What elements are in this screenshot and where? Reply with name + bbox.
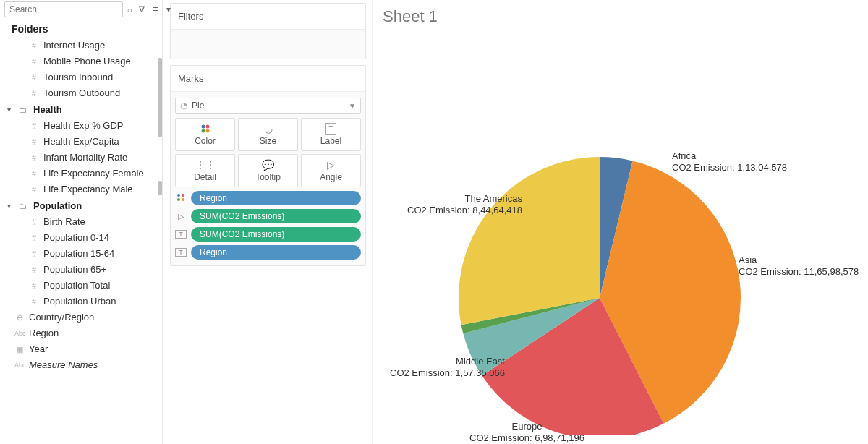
folder-population[interactable]: ▾ 🗀 Population <box>3 197 162 214</box>
svg-point-1 <box>205 125 209 129</box>
pill-row: T SUM(CO2 Emissions) <box>175 227 361 242</box>
search-icon[interactable]: ⌕ <box>126 5 134 14</box>
datalabel-line2: CO2 Emission: 1,57,35,066 <box>390 367 505 379</box>
number-icon: # <box>29 167 39 180</box>
pill-row: T Region <box>175 245 361 260</box>
field-region[interactable]: AbcRegion <box>3 325 162 341</box>
field-label: Health Exp % GDP <box>43 119 124 132</box>
marks-label-label: Label <box>320 136 341 146</box>
datalabel-line1: Europe <box>512 421 542 432</box>
marks-tooltip[interactable]: 💬Tooltip <box>238 154 298 187</box>
datalabel-africa: Africa CO2 Emission: 1,13,04,578 <box>672 150 787 174</box>
svg-point-4 <box>177 194 180 197</box>
folder-label: Population <box>33 200 82 211</box>
pill-co2-angle[interactable]: SUM(CO2 Emissions) <box>191 209 361 223</box>
caret-down-icon: ▾ <box>7 106 14 114</box>
field-item[interactable]: #Tourism Outbound <box>3 85 162 101</box>
svg-point-3 <box>205 129 209 133</box>
number-icon: # <box>29 231 39 244</box>
field-label: Country/Region <box>29 311 94 324</box>
field-label: Life Expectancy Female <box>43 167 144 180</box>
pill-region-color[interactable]: Region <box>191 191 361 205</box>
svg-point-2 <box>201 129 205 133</box>
datalabel-line2: CO2 Emission: 11,65,98,578 <box>739 266 859 278</box>
folder-health[interactable]: ▾ 🗀 Health <box>3 101 162 118</box>
view-list-icon[interactable]: ≣ <box>150 4 161 14</box>
svg-point-6 <box>177 198 180 201</box>
field-label: Measure Names <box>29 359 98 372</box>
marks-angle-label: Angle <box>320 172 342 182</box>
filters-card: Filters <box>170 3 366 59</box>
folder-icon: 🗀 <box>19 106 29 114</box>
color-icon <box>175 193 187 203</box>
field-item[interactable]: #Health Exp % GDP <box>3 118 162 134</box>
field-label: Tourism Outbound <box>43 87 120 100</box>
label-icon: T <box>175 230 187 239</box>
field-item[interactable]: #Population 0-14 <box>3 230 162 246</box>
pill-co2-label[interactable]: SUM(CO2 Emissions) <box>191 227 361 242</box>
label-icon: T <box>175 248 187 257</box>
pie-mark-icon: ◔ <box>180 101 187 111</box>
marks-color[interactable]: Color <box>175 118 235 151</box>
number-icon: # <box>29 247 39 260</box>
filter-icon[interactable]: ∇ <box>137 4 147 14</box>
field-item[interactable]: #Tourism Inbound <box>3 69 162 85</box>
field-label: Health Exp/Capita <box>43 135 119 148</box>
shelves-panel: Filters Marks ◔ Pie ▼ Color ◡Size TLabel… <box>163 0 373 444</box>
field-item[interactable]: #Population Urban <box>3 294 162 309</box>
filters-heading: Filters <box>171 4 365 30</box>
datalabel-line2: CO2 Emission: 6,98,71,196 <box>469 432 584 444</box>
pill-row: ▷ SUM(CO2 Emissions) <box>175 209 361 223</box>
mark-type-select[interactable]: ◔ Pie ▼ <box>175 98 361 114</box>
fields-tree: #Internet Usage #Mobile Phone Usage #Tou… <box>0 38 162 444</box>
number-icon: # <box>29 39 39 52</box>
field-label: Population 65+ <box>43 263 106 276</box>
field-country-region[interactable]: ⊕Country/Region <box>3 309 162 325</box>
viz-area: Sheet 1 Africa CO2 Emission: 1,13,04,578… <box>373 0 868 444</box>
svg-point-0 <box>201 125 205 129</box>
field-label: Life Expectancy Male <box>43 183 133 196</box>
field-item[interactable]: #Infant Mortality Rate <box>3 150 162 166</box>
caret-down-icon: ▾ <box>7 202 14 210</box>
chevron-down-icon: ▼ <box>349 102 356 110</box>
number-icon: # <box>29 55 39 68</box>
field-measure-names[interactable]: AbcMeasure Names <box>3 357 162 373</box>
field-item[interactable]: #Population Total <box>3 278 162 294</box>
marks-detail[interactable]: ⋮⋮Detail <box>175 154 235 187</box>
scrollbar-thumb[interactable] <box>158 58 162 137</box>
pill-region-label[interactable]: Region <box>191 245 361 260</box>
marks-color-label: Color <box>195 136 216 146</box>
field-label: Tourism Inbound <box>43 71 113 84</box>
scrollbar-thumb[interactable] <box>158 181 162 195</box>
datalabel-line1: Asia <box>739 255 757 265</box>
field-item[interactable]: #Mobile Phone Usage <box>3 54 162 69</box>
field-item[interactable]: #Birth Rate <box>3 214 162 230</box>
number-icon: # <box>29 71 39 84</box>
field-item[interactable]: #Life Expectancy Female <box>3 166 162 182</box>
marks-card: Marks ◔ Pie ▼ Color ◡Size TLabel ⋮⋮Detai… <box>170 65 366 266</box>
detail-icon: ⋮⋮ <box>195 159 216 171</box>
number-icon: # <box>29 87 39 100</box>
field-item[interactable]: #Internet Usage <box>3 38 162 54</box>
pie-chart: Africa CO2 Emission: 1,13,04,578 Asia CO… <box>383 30 862 435</box>
field-item[interactable]: #Population 15-64 <box>3 246 162 262</box>
search-input[interactable] <box>4 1 123 17</box>
number-icon: # <box>29 135 39 148</box>
dropdown-caret-icon[interactable]: ▾ <box>164 4 173 14</box>
pie-slice-the-americas[interactable] <box>459 157 600 325</box>
marks-angle[interactable]: ▷Angle <box>301 154 361 187</box>
label-icon: T <box>326 123 336 135</box>
field-label: Population 15-64 <box>43 247 114 260</box>
field-year[interactable]: ▦Year <box>3 341 162 357</box>
field-item[interactable]: #Life Expectancy Male <box>3 182 162 197</box>
field-item[interactable]: #Health Exp/Capita <box>3 134 162 150</box>
field-label: Year <box>29 343 48 356</box>
field-item[interactable]: #Population 65+ <box>3 262 162 278</box>
number-icon: # <box>29 263 39 276</box>
number-icon: # <box>29 151 39 164</box>
marks-size[interactable]: ◡Size <box>238 118 298 151</box>
datalabel-asia: Asia CO2 Emission: 11,65,98,578 <box>739 255 859 278</box>
date-icon: ▦ <box>14 343 25 356</box>
datalabel-europe: Europe CO2 Emission: 6,98,71,196 <box>469 421 584 444</box>
marks-label[interactable]: TLabel <box>301 118 361 151</box>
